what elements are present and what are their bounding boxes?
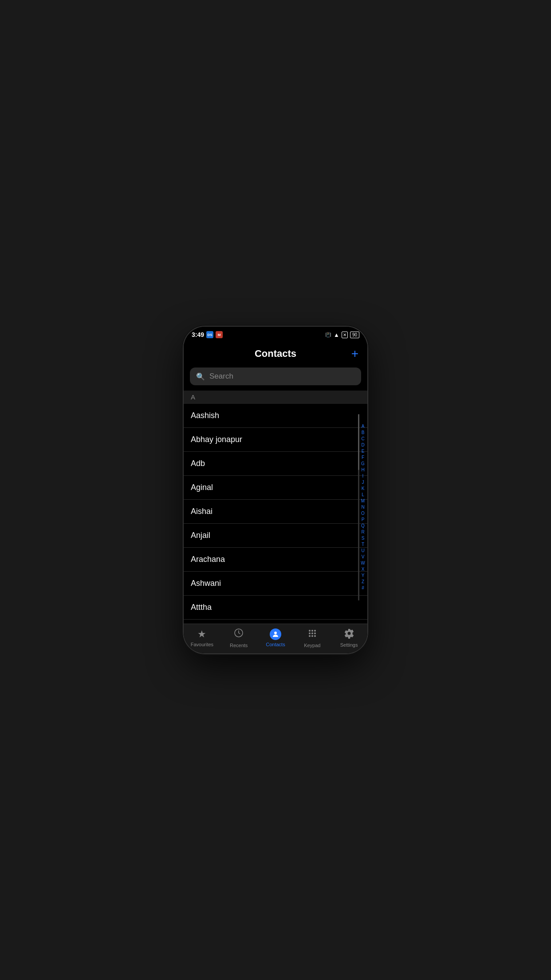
alpha-letter-e[interactable]: E xyxy=(359,448,366,454)
list-item[interactable]: Anjail xyxy=(184,524,367,548)
alpha-letter-y[interactable]: Y xyxy=(359,573,366,578)
wifi-icon: ▲ xyxy=(334,332,339,338)
svg-point-9 xyxy=(314,632,316,634)
search-bar[interactable]: 🔍 Search xyxy=(190,368,361,385)
contact-name: Abhay jonapur xyxy=(191,435,242,444)
svg-point-4 xyxy=(309,630,311,632)
alpha-letter-h[interactable]: H xyxy=(359,467,366,473)
list-item[interactable]: Aginal xyxy=(184,476,367,500)
alpha-letter-n[interactable]: N xyxy=(359,504,366,510)
search-container: 🔍 Search xyxy=(184,364,367,391)
svg-point-8 xyxy=(311,632,313,634)
nav-item-contacts[interactable]: Contacts xyxy=(262,628,289,647)
svg-point-10 xyxy=(309,635,311,637)
contact-name: Anjail xyxy=(191,531,210,540)
alpha-letter-j[interactable]: J xyxy=(359,479,366,485)
search-input[interactable]: Search xyxy=(209,372,233,381)
alpha-letter-o[interactable]: O xyxy=(359,510,366,516)
contact-name: Ashwani xyxy=(191,579,221,588)
list-item[interactable]: Aishai xyxy=(184,500,367,524)
battery-icon: 90 xyxy=(350,332,359,338)
bottom-nav: Favourites Recents xyxy=(184,624,367,653)
status-time: 3:49 xyxy=(192,331,204,338)
add-contact-button[interactable]: + xyxy=(351,348,358,360)
alpha-letter-w[interactable]: W xyxy=(359,560,366,566)
star-icon xyxy=(197,628,206,640)
gear-icon xyxy=(344,628,354,640)
contact-name: Aashish xyxy=(191,411,219,420)
status-icons: 📳 ▲ ✕ 90 xyxy=(325,332,359,338)
section-label-a: A xyxy=(191,393,195,401)
svg-point-7 xyxy=(309,632,311,634)
nav-item-recents[interactable]: Recents xyxy=(225,628,252,648)
svg-point-3 xyxy=(274,632,277,634)
section-header-a: A xyxy=(184,391,367,404)
x-icon: ✕ xyxy=(342,332,348,338)
page-title: Contacts xyxy=(255,348,296,360)
contact-name: Atttha xyxy=(191,603,212,612)
alpha-letter-z[interactable]: Z xyxy=(359,579,366,585)
alpha-letter-l[interactable]: L xyxy=(359,492,366,498)
alpha-letter-b[interactable]: B xyxy=(359,430,366,435)
alpha-letter-r[interactable]: R xyxy=(359,529,366,535)
svg-point-6 xyxy=(314,630,316,632)
alpha-letter-g[interactable]: G xyxy=(359,461,366,466)
ds-icon: DS xyxy=(206,331,213,338)
alpha-letter-k[interactable]: K xyxy=(359,486,366,491)
contact-list-wrapper: A Aashish Abhay jonapur Adb Aginal Aisha… xyxy=(184,391,367,624)
alpha-letter-m[interactable]: M xyxy=(359,498,366,504)
keypad-icon xyxy=(307,628,318,641)
nav-label-keypad: Keypad xyxy=(304,643,320,648)
nav-label-settings: Settings xyxy=(340,642,358,648)
person-icon xyxy=(270,628,281,640)
list-item[interactable]: Arachana xyxy=(184,548,367,572)
contact-name: Arachana xyxy=(191,555,225,564)
alpha-letter-#[interactable]: # xyxy=(359,585,366,591)
alpha-index[interactable]: ABCDEFGHIJKLMNOPQRSTUVWXYZ# xyxy=(359,391,366,624)
notch xyxy=(247,327,304,339)
phone-frame: 3:49 DS M 📳 ▲ ✕ 90 Contacts + 🔍 Search xyxy=(184,327,367,653)
alpha-letter-d[interactable]: D xyxy=(359,442,366,448)
contact-name: Aginal xyxy=(191,483,213,492)
list-item[interactable]: Azjah xyxy=(184,620,367,624)
alpha-letter-s[interactable]: S xyxy=(359,535,366,541)
svg-point-5 xyxy=(311,630,313,632)
list-item[interactable]: Adb xyxy=(184,452,367,476)
alpha-letter-t[interactable]: T xyxy=(359,541,366,547)
svg-point-12 xyxy=(314,635,316,637)
header: Contacts + xyxy=(184,343,367,364)
clock-icon xyxy=(233,628,244,641)
alpha-letter-a[interactable]: A xyxy=(359,423,366,429)
status-left: 3:49 DS M xyxy=(192,331,223,338)
alpha-letter-v[interactable]: V xyxy=(359,554,366,560)
svg-point-11 xyxy=(311,635,313,637)
list-item[interactable]: Ashwani xyxy=(184,572,367,596)
alpha-letter-x[interactable]: X xyxy=(359,566,366,572)
nav-label-contacts: Contacts xyxy=(266,642,285,647)
contact-name: Aishai xyxy=(191,507,213,516)
alpha-letter-u[interactable]: U xyxy=(359,548,366,553)
search-icon: 🔍 xyxy=(196,372,205,381)
screen: Contacts + 🔍 Search A Aashish Abhay j xyxy=(184,343,367,653)
list-item[interactable]: Atttha xyxy=(184,596,367,620)
contact-list: A Aashish Abhay jonapur Adb Aginal Aisha… xyxy=(184,391,367,624)
svg-line-2 xyxy=(239,633,240,634)
alpha-letter-q[interactable]: Q xyxy=(359,523,366,529)
nav-label-recents: Recents xyxy=(230,643,248,648)
alpha-letter-f[interactable]: F xyxy=(359,454,366,460)
alpha-letter-c[interactable]: C xyxy=(359,436,366,442)
list-item[interactable]: Abhay jonapur xyxy=(184,428,367,452)
alpha-letter-p[interactable]: P xyxy=(359,517,366,522)
nav-item-favourites[interactable]: Favourites xyxy=(189,628,215,647)
nav-label-favourites: Favourites xyxy=(191,642,213,647)
mail-icon: M xyxy=(216,331,223,338)
nav-item-keypad[interactable]: Keypad xyxy=(299,628,326,648)
vibrate-icon: 📳 xyxy=(325,332,331,338)
nav-item-settings[interactable]: Settings xyxy=(336,628,362,648)
contact-name: Adb xyxy=(191,459,205,468)
list-item[interactable]: Aashish xyxy=(184,404,367,428)
alpha-letter-i[interactable]: I xyxy=(359,473,366,479)
